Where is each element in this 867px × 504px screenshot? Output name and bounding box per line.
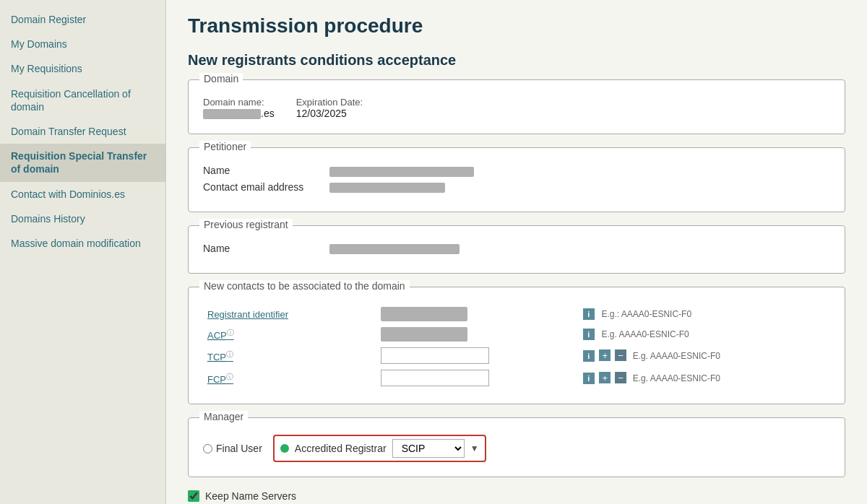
- sidebar-item-my-requisitions[interactable]: My Requisitions: [0, 56, 165, 81]
- acp-info-cell: i E.g. AAAA0-ESNIC-F0: [577, 324, 830, 344]
- petitioner-email-value: [329, 181, 445, 193]
- previous-registrant-name-value: [329, 243, 460, 254]
- accredited-registrar-label: Accredited Registrar: [295, 443, 387, 454]
- previous-registrant-name-label: Name: [203, 243, 319, 254]
- accredited-registrar-box: Accredited Registrar SCIP Other ▼: [273, 435, 486, 462]
- acp-value-blurred: [381, 327, 467, 342]
- acp-label: ACPⓘ: [203, 324, 376, 344]
- fcp-add-button[interactable]: +: [599, 372, 611, 383]
- registrar-select[interactable]: SCIP Other: [392, 439, 465, 458]
- sidebar-item-requisition-special-transfer[interactable]: Requisition Special Transfer of domain: [0, 144, 165, 181]
- final-user-radio[interactable]: [203, 444, 212, 453]
- keep-name-servers-checkbox[interactable]: [188, 490, 199, 502]
- fcp-input[interactable]: [381, 370, 489, 386]
- tcp-cell: [376, 344, 577, 367]
- tcp-remove-button[interactable]: −: [615, 349, 626, 361]
- petitioner-name-value: [329, 165, 474, 176]
- previous-registrant-legend: Previous registrant: [199, 219, 293, 230]
- sidebar-item-contact-with-dominios[interactable]: Contact with Dominios.es: [0, 182, 165, 207]
- tcp-actions-cell: i + − E.g. AAAA0-ESNIC-F0: [577, 344, 830, 367]
- domain-name-blurred: [203, 109, 261, 119]
- sidebar-item-domain-register[interactable]: Domain Register: [0, 7, 165, 32]
- section-title: New registrants conditions acceptance: [188, 52, 845, 69]
- petitioner-name-blurred: [329, 167, 474, 177]
- tcp-input[interactable]: [381, 347, 489, 364]
- contacts-table: Registrant identifier i E.g.: AAAA0-ESNI…: [203, 304, 830, 389]
- tcp-label: TCPⓘ: [203, 344, 376, 367]
- registrant-identifier-cell: [376, 304, 577, 324]
- domain-name-label: Domain name:: [203, 97, 275, 108]
- new-contacts-panel: New contacts to be associated to the dom…: [188, 287, 845, 404]
- keep-name-servers-label: Keep Name Servers: [205, 490, 296, 502]
- table-row: TCPⓘ i + − E.g. AAAA0-ESNIC-F0: [203, 344, 830, 367]
- green-dot-icon: [280, 444, 289, 453]
- new-contacts-legend: New contacts to be associated to the dom…: [199, 280, 410, 292]
- registrant-identifier-label: Registrant identifier: [203, 304, 376, 324]
- keep-name-servers-row: Keep Name Servers: [188, 490, 845, 502]
- fcp-remove-button[interactable]: −: [615, 372, 626, 383]
- sidebar-item-domain-transfer-request[interactable]: Domain Transfer Request: [0, 119, 165, 144]
- registrant-identifier-value-blurred: [381, 307, 467, 321]
- acp-example: E.g. AAAA0-ESNIC-F0: [601, 329, 689, 339]
- fcp-info-icon[interactable]: i: [583, 373, 595, 384]
- final-user-label: Final User: [216, 443, 262, 454]
- domain-panel-legend: Domain: [199, 73, 243, 84]
- manager-panel: Manager Final User Accredited Registrar …: [188, 417, 845, 477]
- sidebar-item-my-domains[interactable]: My Domains: [0, 32, 165, 56]
- sidebar-item-requisition-cancellation[interactable]: Requisition Cancellation of domain: [0, 82, 165, 119]
- previous-registrant-panel: Previous registrant Name: [188, 225, 845, 274]
- petitioner-name-label: Name: [203, 165, 319, 176]
- expiration-date-label: Expiration Date:: [296, 97, 363, 108]
- petitioner-panel-legend: Petitioner: [199, 141, 251, 152]
- final-user-radio-label[interactable]: Final User: [203, 443, 262, 454]
- petitioner-panel: Petitioner Name Contact email address: [188, 147, 845, 212]
- table-row: Registrant identifier i E.g.: AAAA0-ESNI…: [203, 304, 830, 324]
- manager-panel-legend: Manager: [199, 411, 248, 422]
- fcp-actions-cell: i + − E.g. AAAA0-ESNIC-F0: [577, 367, 830, 389]
- domain-name-value: .es: [203, 108, 275, 119]
- domain-panel: Domain Domain name: .es Expiration Date:…: [188, 79, 845, 134]
- petitioner-email-blurred: [329, 183, 445, 193]
- registrant-identifier-info-icon[interactable]: i: [583, 308, 595, 320]
- registrant-identifier-info-cell: i E.g.: AAAA0-ESNIC-F0: [577, 304, 830, 324]
- tcp-add-button[interactable]: +: [599, 349, 611, 361]
- sidebar-item-domains-history[interactable]: Domains History: [0, 207, 165, 231]
- prev-registrant-name-blurred: [329, 244, 460, 254]
- sidebar-item-massive-domain-modification[interactable]: Massive domain modification: [0, 231, 165, 256]
- table-row: ACPⓘ i E.g. AAAA0-ESNIC-F0: [203, 324, 830, 344]
- sidebar: Domain Register My Domains My Requisitio…: [0, 0, 166, 504]
- acp-cell: [376, 324, 577, 344]
- table-row: FCPⓘ i + − E.g. AAAA0-ESNIC-F0: [203, 367, 830, 389]
- main-content: Transmission procedure New registrants c…: [166, 0, 867, 504]
- expiration-date-value: 12/03/2025: [296, 108, 363, 119]
- acp-info-icon[interactable]: i: [583, 329, 595, 340]
- tcp-example: E.g. AAAA0-ESNIC-F0: [633, 351, 720, 361]
- page-title: Transmission procedure: [188, 14, 845, 38]
- petitioner-email-label: Contact email address: [203, 181, 319, 193]
- fcp-cell: [376, 367, 577, 389]
- chevron-down-icon: ▼: [470, 443, 479, 453]
- tcp-info-icon[interactable]: i: [583, 350, 595, 362]
- fcp-example: E.g. AAAA0-ESNIC-F0: [633, 373, 720, 383]
- registrant-identifier-example: E.g.: AAAA0-ESNIC-F0: [601, 309, 691, 319]
- fcp-label: FCPⓘ: [203, 367, 376, 389]
